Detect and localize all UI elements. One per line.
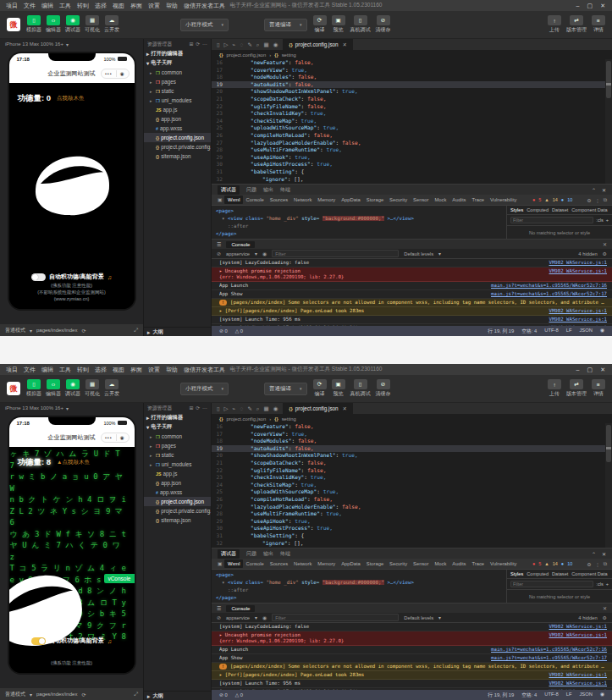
status-item[interactable]: ◉: [600, 328, 604, 335]
panel-toggle-button[interactable]: ☁ 云开发: [104, 379, 119, 398]
publish-button[interactable]: ≡ 详情: [592, 379, 605, 398]
devtools-tab[interactable]: Security: [387, 559, 411, 568]
wxml-node[interactable]: </page>: [216, 594, 502, 602]
knock-woodfish-button[interactable]: ▲点我敲木鱼: [57, 459, 90, 466]
file-tree-item[interactable]: {} project.config.json: [144, 497, 211, 506]
more-menu-icon[interactable]: •••: [102, 71, 116, 76]
panel-toggle-icon[interactable]: ▯: [27, 15, 41, 25]
file-tree-item[interactable]: ▸ ❒ static: [144, 86, 211, 96]
menu-item[interactable]: 编辑: [41, 2, 53, 10]
code-line[interactable]: 27 "lazyloadPlaceHolderEnable" : false,: [212, 140, 612, 147]
devtools-tab[interactable]: Network: [291, 196, 315, 204]
tab-close-icon[interactable]: ✕: [343, 41, 347, 47]
panel-action-icon[interactable]: ✕: [602, 187, 606, 193]
minimize-icon[interactable]: –: [576, 3, 580, 9]
panel-action-icon[interactable]: ✕: [602, 551, 606, 557]
panel-toggle-button[interactable]: ◉ 调试器: [65, 379, 80, 398]
panel-toggle-icon[interactable]: ◉: [66, 379, 80, 389]
compile-action-button[interactable]: ⊘ 清缓存: [376, 15, 391, 34]
menu-item[interactable]: 选择: [95, 2, 107, 10]
console-log-row[interactable]: App Launch main.js?t=wechat&s=1.c95565/W…: [212, 282, 612, 290]
devtools-tab[interactable]: Vulnerability: [488, 196, 520, 204]
code-line[interactable]: 24 "checkSiteMap" : true,: [212, 482, 612, 489]
code-line[interactable]: 25 "uploadWithSourceMap" : true,: [212, 124, 612, 132]
panel-toggle-button[interactable]: ‹› 编辑器: [46, 15, 61, 34]
styles-filter-input[interactable]: [510, 217, 593, 223]
panel-tab[interactable]: 问题: [246, 550, 256, 558]
publish-button[interactable]: ⇄ 版本管理: [566, 15, 587, 34]
console-log-row[interactable]: App Show main.js?t=wechat&s=1.c95565/WAc…: [212, 654, 612, 663]
console-log-row[interactable]: [system] Launch Time: 956 ms VM902 WASer…: [212, 680, 612, 688]
menu-item[interactable]: 微信开发者工具: [184, 366, 225, 374]
menu-item[interactable]: 工具: [59, 366, 71, 374]
compile-action-button[interactable]: ▯ 真机调试: [350, 15, 371, 34]
code-line[interactable]: 26 "compileHotReLoad" : false,: [212, 132, 612, 140]
hidden-messages-count[interactable]: 4 hidden: [578, 615, 597, 620]
panel-toggle-button[interactable]: ☁ 云开发: [104, 15, 119, 34]
code-line[interactable]: 31 "babelSetting" : {: [212, 168, 612, 176]
styles-tab[interactable]: Dataset: [552, 207, 568, 212]
editor-toolbar-icon[interactable]: ▦: [263, 405, 268, 412]
styles-tab[interactable]: Component Data: [571, 571, 607, 576]
file-tree-item[interactable]: ▸ ❒ uni_modules: [144, 96, 211, 105]
error-count[interactable]: 5: [538, 561, 541, 566]
devtools-tab[interactable]: Console: [243, 559, 267, 568]
editor-tab[interactable]: {} project.config.json ✕: [283, 39, 353, 50]
code-line[interactable]: 16 "newFeature" : false,: [212, 423, 612, 431]
devtools-menu-icon[interactable]: ⧉: [604, 197, 607, 203]
log-source-link[interactable]: VM902 WAService.js:1: [549, 624, 607, 630]
devtools-tab[interactable]: Sensor: [411, 196, 432, 204]
editor-toolbar-icon[interactable]: ⌁: [233, 41, 236, 48]
compile-mode-select[interactable]: 普通编译 ▾: [264, 19, 307, 31]
project-root-section[interactable]: ▾ 电子天秤: [144, 422, 211, 432]
menu-item[interactable]: 视图: [113, 366, 124, 374]
file-tree-item[interactable]: {} project.config.json: [144, 133, 211, 142]
console-log-row[interactable]: [system] LazyCodeLoading: false VM902 WA…: [212, 623, 612, 631]
knock-woodfish-button[interactable]: 点我敲木鱼: [57, 95, 85, 102]
panel-toggle-button[interactable]: ‹› 编辑器: [46, 379, 61, 398]
wxml-node[interactable]: </page>: [216, 230, 502, 238]
expand-icon[interactable]: ⤢: [134, 328, 138, 333]
styles-tab[interactable]: Computed: [527, 207, 549, 212]
wxml-node[interactable]: <page>: [216, 207, 502, 215]
editor-toolbar-icon[interactable]: ⌕: [256, 41, 260, 48]
panel-toggle-icon[interactable]: ☁: [105, 15, 119, 25]
status-item[interactable]: 空格: 4: [521, 692, 537, 699]
editor-scrollbar[interactable]: [605, 59, 612, 184]
panel-tab[interactable]: 输出: [263, 550, 273, 558]
menu-item[interactable]: 选择: [95, 366, 107, 374]
editor-toolbar-icon[interactable]: ✎: [247, 41, 251, 48]
close-icon[interactable]: ✕: [600, 3, 605, 9]
publish-icon[interactable]: ⇄: [570, 379, 583, 389]
hidden-messages-count[interactable]: 4 hidden: [578, 251, 597, 256]
console-log-row[interactable]: ! [pages/index/index] Some selectors are…: [212, 299, 612, 307]
code-line[interactable]: 23 "checkInvalidKey" : true,: [212, 110, 612, 118]
add-style-icon[interactable]: +: [606, 218, 609, 223]
console-filter-input[interactable]: [272, 250, 399, 257]
panel-toggle-icon[interactable]: ‹›: [47, 15, 60, 25]
styles-filter-input[interactable]: [510, 581, 593, 587]
code-line[interactable]: 32 "ignore" : [],: [212, 176, 612, 184]
menu-item[interactable]: 设置: [148, 366, 160, 374]
code-line[interactable]: 27 "lazyloadPlaceHolderEnable" : false,: [212, 504, 612, 511]
panel-toggle-icon[interactable]: ▦: [85, 15, 99, 25]
refresh-icon[interactable]: ⟳: [81, 328, 85, 333]
file-tree-item[interactable]: ▸ ❒ common: [144, 68, 211, 77]
warning-count[interactable]: 14: [553, 561, 558, 566]
devtools-menu-icon[interactable]: ⧉: [604, 561, 607, 567]
panel-tab[interactable]: 调试器: [218, 549, 240, 559]
code-line[interactable]: 23 "checkInvalidKey" : true,: [212, 474, 612, 482]
devtools-tab[interactable]: Memory: [315, 559, 339, 568]
code-line[interactable]: 29 "useApiHook" : true,: [212, 154, 612, 162]
expand-icon[interactable]: ⤢: [134, 692, 138, 697]
tab-close-icon[interactable]: ✕: [343, 405, 347, 411]
eye-icon[interactable]: ◉: [262, 251, 267, 256]
wxml-tree[interactable]: <page> ▾ <view class= "home _div" style=…: [212, 206, 506, 239]
devtools-tab[interactable]: Sensor: [411, 559, 432, 568]
panel-toggle-button[interactable]: ◉ 调试器: [65, 15, 80, 34]
menu-item[interactable]: 工具: [59, 2, 71, 10]
minimize-icon[interactable]: –: [576, 367, 580, 373]
console-close-icon[interactable]: ✕: [603, 605, 607, 611]
project-root-section[interactable]: ▾ 电子天秤: [144, 58, 211, 68]
publish-icon[interactable]: ↑: [548, 379, 561, 389]
